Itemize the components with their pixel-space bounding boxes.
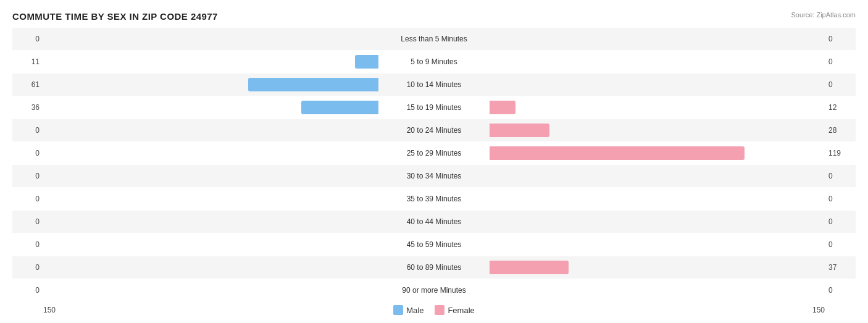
- female-bar: [490, 124, 549, 137]
- axis-left-label: 150: [43, 306, 56, 314]
- left-value: 61: [12, 80, 43, 89]
- category-label: 90 or more Minutes: [397, 286, 470, 295]
- right-value: 0: [825, 57, 856, 66]
- right-value: 0: [825, 286, 856, 295]
- female-bar-wrap: [490, 146, 825, 160]
- male-bar-wrap: [43, 78, 378, 91]
- chart-row: 0 40 to 44 Minutes 0: [12, 211, 856, 233]
- female-bar-wrap: [490, 215, 825, 229]
- right-value: 0: [825, 80, 856, 89]
- chart-area: 0 Less than 5 Minutes 0 11 5 to 9 Minute…: [12, 28, 856, 301]
- category-label: 20 to 24 Minutes: [402, 126, 467, 135]
- legend-male: Male: [393, 305, 424, 315]
- category-label-box: Less than 5 Minutes: [378, 35, 490, 43]
- category-label: 60 to 89 Minutes: [402, 263, 467, 272]
- female-bar: [490, 101, 515, 114]
- category-label: 35 to 39 Minutes: [402, 195, 467, 203]
- female-bar-wrap: [490, 238, 825, 251]
- right-value: 37: [825, 263, 856, 272]
- female-bar-wrap: [490, 55, 825, 69]
- chart-row: 61 10 to 14 Minutes 0: [12, 73, 856, 96]
- female-bar: [490, 146, 745, 160]
- category-label-box: 60 to 89 Minutes: [378, 263, 490, 272]
- category-label: 5 to 9 Minutes: [406, 57, 462, 66]
- chart-row: 0 60 to 89 Minutes 37: [12, 256, 856, 279]
- right-value: 28: [825, 126, 856, 135]
- female-bar-wrap: [490, 78, 825, 91]
- male-bar: [355, 55, 378, 69]
- left-value: 0: [12, 195, 43, 203]
- right-value: 0: [825, 240, 856, 249]
- legend: Male Female: [393, 305, 475, 315]
- female-bar-wrap: [490, 124, 825, 137]
- category-label-box: 15 to 19 Minutes: [378, 103, 490, 112]
- chart-row: 11 5 to 9 Minutes 0: [12, 51, 856, 73]
- chart-row: 0 20 to 24 Minutes 28: [12, 119, 856, 141]
- male-bar: [301, 101, 378, 114]
- category-label-box: 45 to 59 Minutes: [378, 240, 490, 249]
- left-value: 11: [12, 57, 43, 66]
- chart-container: COMMUTE TIME BY SEX IN ZIP CODE 24977 So…: [0, 0, 868, 323]
- male-bar-wrap: [43, 124, 378, 137]
- category-label: 45 to 59 Minutes: [402, 240, 467, 249]
- legend-female-label: Female: [448, 306, 474, 315]
- female-bar: [490, 261, 569, 274]
- male-bar-wrap: [43, 169, 378, 183]
- chart-row: 0 90 or more Minutes 0: [12, 279, 856, 301]
- left-value: 0: [12, 172, 43, 180]
- left-value: 0: [12, 35, 43, 43]
- category-label: Less than 5 Minutes: [396, 35, 472, 43]
- female-bar-wrap: [490, 283, 825, 297]
- female-bar-wrap: [490, 169, 825, 183]
- category-label: 10 to 14 Minutes: [402, 80, 467, 89]
- legend-male-label: Male: [406, 306, 424, 315]
- category-label: 25 to 29 Minutes: [402, 149, 467, 157]
- chart-row: 0 30 to 34 Minutes 0: [12, 165, 856, 187]
- category-label-box: 25 to 29 Minutes: [378, 149, 490, 157]
- category-label: 30 to 34 Minutes: [402, 172, 467, 180]
- category-label-box: 40 to 44 Minutes: [378, 217, 490, 226]
- category-label: 15 to 19 Minutes: [402, 103, 467, 112]
- legend-female: Female: [435, 305, 474, 315]
- left-value: 0: [12, 126, 43, 135]
- right-value: 0: [825, 172, 856, 180]
- category-label: 40 to 44 Minutes: [402, 217, 467, 226]
- male-bar-wrap: [43, 238, 378, 251]
- right-value: 0: [825, 195, 856, 203]
- male-bar: [248, 78, 378, 91]
- category-label-box: 5 to 9 Minutes: [378, 57, 490, 66]
- male-bar-wrap: [43, 55, 378, 69]
- male-bar-wrap: [43, 101, 378, 114]
- female-bar-wrap: [490, 192, 825, 206]
- category-label-box: 90 or more Minutes: [378, 286, 490, 295]
- chart-row: 0 25 to 29 Minutes 119: [12, 142, 856, 164]
- right-value: 119: [825, 149, 856, 157]
- female-bar-wrap: [490, 261, 825, 274]
- male-bar-wrap: [43, 32, 378, 46]
- female-bar-wrap: [490, 32, 825, 46]
- right-value: 0: [825, 217, 856, 226]
- male-bar-wrap: [43, 215, 378, 229]
- chart-row: 0 45 to 59 Minutes 0: [12, 233, 856, 256]
- male-bar-wrap: [43, 283, 378, 297]
- chart-row: 36 15 to 19 Minutes 12: [12, 96, 856, 119]
- category-label-box: 20 to 24 Minutes: [378, 126, 490, 135]
- female-swatch: [435, 305, 444, 315]
- male-bar-wrap: [43, 146, 378, 160]
- right-value: 12: [825, 103, 856, 112]
- right-value: 0: [825, 35, 856, 43]
- bottom-row: 150 Male Female 150: [12, 305, 856, 315]
- left-value: 0: [12, 286, 43, 295]
- female-bar-wrap: [490, 101, 825, 114]
- left-value: 0: [12, 263, 43, 272]
- axis-right-label: 150: [812, 306, 825, 314]
- left-value: 0: [12, 217, 43, 226]
- source-label: Source: ZipAtlas.com: [791, 11, 856, 19]
- chart-row: 0 35 to 39 Minutes 0: [12, 188, 856, 210]
- male-swatch: [393, 305, 403, 315]
- category-label-box: 10 to 14 Minutes: [378, 80, 490, 89]
- category-label-box: 35 to 39 Minutes: [378, 195, 490, 203]
- left-value: 0: [12, 240, 43, 249]
- male-bar-wrap: [43, 261, 378, 274]
- left-value: 0: [12, 149, 43, 157]
